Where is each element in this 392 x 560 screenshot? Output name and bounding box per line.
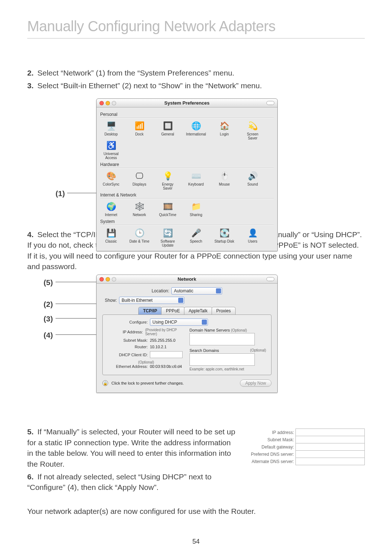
- update-icon: 🔄: [162, 228, 173, 239]
- dns1-label: Preferred DNS server:: [249, 451, 295, 458]
- mouse-icon: 🖱️: [219, 171, 230, 182]
- dns-label: Domain Name Servers: [189, 328, 230, 332]
- pref-mouse[interactable]: 🖱️Mouse: [213, 171, 235, 190]
- pref-speech[interactable]: 🎤Speech: [185, 228, 207, 247]
- search-textarea[interactable]: [189, 353, 255, 366]
- show-label: Show:: [102, 298, 117, 303]
- pref-sharing[interactable]: 📁Sharing: [185, 201, 207, 217]
- keyboard-icon: ⌨️: [191, 171, 201, 182]
- dns2-field[interactable]: [296, 458, 365, 465]
- desktop-icon: 🖥️: [106, 121, 117, 131]
- internet-icon: 🌍: [106, 201, 117, 212]
- section-hardware: Hardware: [100, 162, 274, 167]
- disk-icon: 💽: [219, 228, 230, 239]
- eth-value: 00:03:93:0b:c6:d4: [150, 364, 182, 369]
- apply-now-button[interactable]: Apply Now: [240, 380, 271, 387]
- page-number: 54: [0, 538, 392, 545]
- minimize-icon[interactable]: [106, 101, 110, 105]
- user-icon: 👤: [247, 228, 258, 239]
- lock-text: Click the lock to prevent further change…: [111, 381, 184, 385]
- dhcp-note: (Optional): [108, 360, 184, 364]
- pref-displays[interactable]: 🖵Displays: [128, 171, 150, 190]
- search-example: Example: apple.com, earthlink.net: [189, 367, 266, 371]
- closing-text: Your network adapter(s) are now configur…: [27, 506, 365, 516]
- step-6: 6.If not already selected, select “Using…: [27, 471, 238, 493]
- pref-users[interactable]: 👤Users: [242, 228, 264, 247]
- pref-quicktime[interactable]: 🎞️QuickTime: [157, 201, 179, 217]
- zoom-icon[interactable]: [112, 101, 116, 105]
- pref-sound[interactable]: 🔊Sound: [242, 171, 264, 190]
- pref-internet[interactable]: 🌍Internet: [100, 201, 122, 217]
- pref-energy[interactable]: 💡Energy Saver: [157, 171, 179, 190]
- tab-tcpip[interactable]: TCP/IP: [138, 307, 162, 315]
- universal-icon: ♿: [106, 140, 117, 151]
- pref-dock[interactable]: 📶Dock: [128, 121, 150, 140]
- configure-select[interactable]: Using DHCP: [150, 318, 208, 326]
- network-icon: 🕸️: [134, 201, 145, 212]
- dns-textarea[interactable]: [189, 333, 255, 345]
- pref-network[interactable]: 🕸️Network: [128, 201, 150, 217]
- clock-icon: 🕒: [134, 228, 145, 239]
- location-select[interactable]: Automatic: [171, 287, 222, 295]
- subnet-field[interactable]: [296, 436, 365, 443]
- section-internet: Internet & Network: [100, 192, 274, 198]
- pref-desktop[interactable]: 🖥️Desktop: [100, 121, 122, 140]
- minimize-icon[interactable]: [106, 277, 110, 281]
- section-system: System: [100, 219, 274, 224]
- general-icon: 🔲: [162, 121, 173, 131]
- step-3: 3.Select “Built-in Ethernet” (2) next to…: [27, 80, 365, 91]
- classic-icon: 💾: [106, 228, 117, 239]
- close-icon[interactable]: [99, 277, 104, 281]
- pref-keyboard[interactable]: ⌨️Keyboard: [185, 171, 207, 190]
- ip-address-table: IP address: Subnet Mask: Default gateway…: [249, 429, 365, 465]
- dns1-field[interactable]: [296, 451, 365, 458]
- system-preferences-window: System Preferences Personal 🖥️Desktop 📶D…: [96, 98, 278, 251]
- toolbar-pill-icon[interactable]: [266, 101, 274, 105]
- page-title: Manually Configuring Network Adapters: [27, 18, 365, 38]
- zoom-icon[interactable]: [112, 277, 116, 281]
- tab-appletalk[interactable]: AppleTalk: [184, 307, 212, 315]
- pref-login[interactable]: 🏠Login: [213, 121, 235, 140]
- ip-note: (Provided by DHCP Server): [145, 328, 184, 336]
- pref-screensaver[interactable]: 💫Screen Saver: [242, 121, 264, 140]
- window-title: System Preferences: [164, 100, 209, 106]
- dhcp-input[interactable]: [150, 351, 183, 358]
- pref-international[interactable]: 🌐International: [185, 121, 207, 140]
- toolbar-pill-icon[interactable]: [266, 277, 274, 281]
- callout-1: (1): [56, 189, 65, 198]
- section-personal: Personal: [100, 112, 274, 117]
- ip-field[interactable]: [296, 429, 365, 436]
- show-select[interactable]: Built-in Ethernet: [119, 297, 184, 304]
- tab-pppoe[interactable]: PPPoE: [161, 307, 185, 315]
- pref-datetime[interactable]: 🕒Date & Time: [128, 228, 150, 247]
- pref-general[interactable]: 🔲General: [157, 121, 179, 140]
- step-2: 2.Select “Network” (1) from the “System …: [27, 68, 365, 78]
- router-value: 10.10.2.1: [150, 345, 167, 349]
- dns-optional: (Optional): [231, 328, 247, 332]
- network-window: Network Location: Automatic Show: Built-…: [96, 275, 278, 393]
- subnet-label: Subnet Mask:: [249, 436, 295, 443]
- pref-classic[interactable]: 💾Classic: [100, 228, 122, 247]
- tab-proxies[interactable]: Proxies: [212, 307, 236, 315]
- sharing-icon: 📁: [191, 201, 201, 212]
- gateway-field[interactable]: [296, 443, 365, 451]
- location-label: Location:: [152, 288, 170, 293]
- close-icon[interactable]: [99, 101, 104, 105]
- pref-startup[interactable]: 💽Startup Disk: [213, 228, 235, 247]
- search-label: Search Domains: [189, 348, 219, 353]
- dhcp-label: DHCP Client ID:: [108, 353, 148, 357]
- sound-icon: 🔊: [247, 171, 258, 182]
- callout-4: (4): [44, 331, 53, 340]
- pref-software[interactable]: 🔄Software Update: [157, 228, 179, 247]
- network-tabs: TCP/IP PPPoE AppleTalk Proxies: [102, 307, 271, 315]
- pref-colorsync[interactable]: 🎨ColorSync: [100, 171, 122, 190]
- globe-icon: 🌐: [191, 121, 201, 131]
- screensaver-icon: 💫: [247, 121, 258, 131]
- step-5: 5.If “Manually” is selected, your Router…: [27, 426, 238, 469]
- lock-icon[interactable]: 🔒: [102, 380, 108, 386]
- pref-universal[interactable]: ♿Universal Access: [100, 140, 122, 160]
- bulb-icon: 💡: [162, 171, 173, 182]
- subnet-value: 255.255.255.0: [150, 338, 175, 342]
- window-title: Network: [177, 276, 196, 282]
- router-label: Router:: [108, 345, 148, 349]
